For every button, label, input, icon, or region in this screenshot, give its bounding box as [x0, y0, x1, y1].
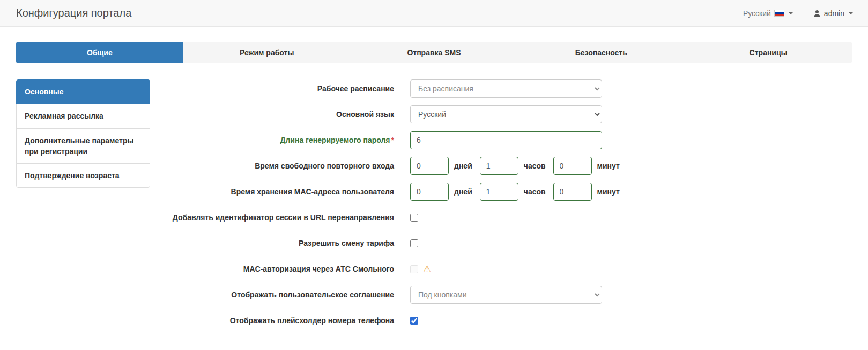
form-row-free-reentry-time: Время свободного повторного входа дней ч… [166, 157, 852, 175]
language-label: Русский [743, 9, 771, 18]
tab-security[interactable]: Безопасность [517, 42, 685, 63]
language-dropdown[interactable]: Русский [743, 9, 793, 18]
free-reentry-hours-input[interactable] [480, 157, 518, 175]
tab-pages[interactable]: Страницы [685, 42, 852, 63]
form-row-mac-auth-ats: MAC-авторизация через АТС Смольного ⚠ [166, 260, 852, 278]
required-asterisk: * [391, 136, 394, 144]
top-navbar: Конфигурация портала Русский admin [0, 0, 868, 27]
form-row-main-language: Основной язык Русский [166, 105, 852, 123]
russian-flag-icon [774, 10, 784, 17]
form-row-password-length: Длина генерируемого пароля* [166, 131, 852, 149]
sidebar-item-extra-registration-params[interactable]: Дополнительные параметры при регистрации [16, 128, 150, 164]
settings-form: Рабочее расписание Без расписания Основн… [150, 79, 852, 337]
sidebar-item-ad-mailing[interactable]: Рекламная рассылка [16, 104, 150, 128]
phone-placeholder-checkbox[interactable] [410, 317, 418, 325]
mac-storage-days-input[interactable] [410, 183, 449, 201]
work-schedule-label: Рабочее расписание [166, 83, 410, 94]
sidebar-item-main[interactable]: Основные [16, 79, 150, 104]
form-row-session-id-url: Добавлять идентификатор сессии в URL пер… [166, 208, 852, 227]
user-dropdown[interactable]: admin [813, 9, 853, 18]
navbar-right: Русский admin [743, 9, 853, 18]
user-agreement-display-select[interactable]: Под кнопками [410, 286, 602, 304]
free-reentry-time-label: Время свободного повторного входа [166, 161, 410, 171]
password-length-label: Длина генерируемого пароля* [166, 135, 410, 145]
free-reentry-days-input[interactable] [410, 157, 449, 175]
hours-unit-label: часов [524, 187, 546, 196]
form-row-mac-storage-time: Время хранения MAC-адреса пользователя д… [166, 183, 852, 201]
page-title: Конфигурация портала [16, 7, 131, 19]
hours-unit-label: часов [524, 162, 546, 170]
minutes-unit-label: минут [597, 187, 620, 196]
warning-icon: ⚠ [423, 265, 431, 274]
tab-general[interactable]: Общие [16, 42, 183, 63]
allow-tariff-change-label: Разрешить смену тарифа [166, 238, 410, 249]
password-length-input[interactable] [410, 131, 602, 149]
tab-bar: Общие Режим работы Отправка SMS Безопасн… [16, 42, 852, 63]
sidebar-item-age-confirmation[interactable]: Подтверждение возраста [16, 163, 150, 188]
tab-work-mode[interactable]: Режим работы [183, 42, 351, 63]
chevron-down-icon [789, 12, 793, 14]
phone-placeholder-label: Отображать плейсхолдер номера телефона [166, 315, 410, 326]
minutes-unit-label: минут [597, 162, 620, 170]
mac-auth-ats-checkbox [410, 265, 418, 273]
tab-sms-sending[interactable]: Отправка SMS [351, 42, 518, 63]
free-reentry-minutes-input[interactable] [553, 157, 592, 175]
session-id-url-checkbox[interactable] [410, 214, 418, 222]
form-row-phone-placeholder: Отображать плейсхолдер номера телефона [166, 311, 852, 330]
main-language-label: Основной язык [166, 109, 410, 120]
mac-storage-minutes-input[interactable] [553, 183, 592, 201]
form-row-user-agreement-display: Отображать пользовательское соглашение П… [166, 286, 852, 304]
work-schedule-select[interactable]: Без расписания [410, 79, 602, 98]
settings-sidebar: Основные Рекламная рассылка Дополнительн… [16, 79, 150, 188]
mac-storage-time-label: Время хранения MAC-адреса пользователя [166, 186, 410, 197]
mac-auth-ats-label: MAC-авторизация через АТС Смольного [166, 264, 410, 274]
days-unit-label: дней [454, 187, 472, 196]
user-label: admin [824, 9, 844, 18]
chevron-down-icon [849, 12, 853, 14]
form-row-allow-tariff-change: Разрешить смену тарифа [166, 234, 852, 252]
days-unit-label: дней [454, 162, 472, 170]
user-icon [813, 10, 821, 17]
mac-storage-hours-input[interactable] [480, 183, 518, 201]
session-id-url-label: Добавлять идентификатор сессии в URL пер… [166, 212, 410, 223]
form-row-work-schedule: Рабочее расписание Без расписания [166, 79, 852, 98]
main-language-select[interactable]: Русский [410, 105, 602, 123]
allow-tariff-change-checkbox[interactable] [410, 239, 418, 247]
user-agreement-display-label: Отображать пользовательское соглашение [166, 289, 410, 300]
